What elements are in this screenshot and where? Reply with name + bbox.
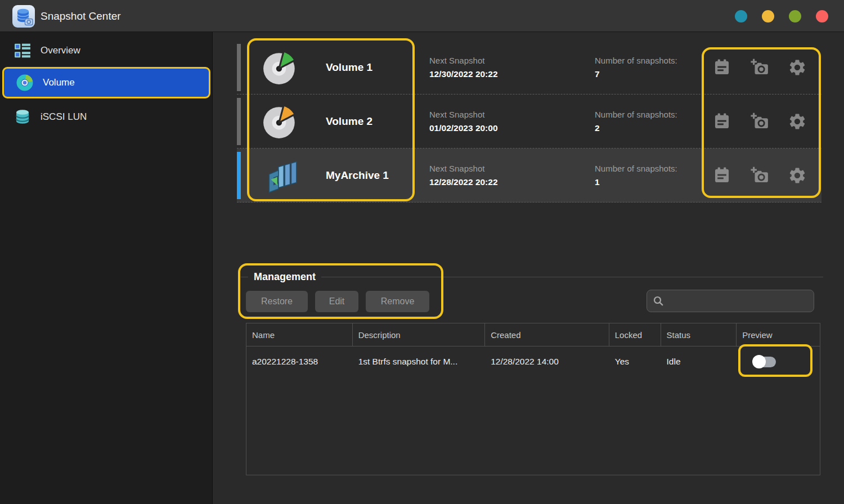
app-icon [12,5,35,28]
volume-row-volume-2[interactable]: Volume 2 Next Snapshot 01/02/2023 20:00 … [237,94,821,148]
restore-button[interactable]: Restore [246,291,308,312]
main-panel: Volume 1 Next Snapshot 12/30/2022 20:22 … [213,32,844,504]
volume-name: Volume 1 [326,40,372,94]
sidebar-item-label: Overview [41,45,80,56]
snapshot-locked-cell: Yes [609,346,661,376]
snapshot-name-cell: a20221228-1358 [246,346,353,376]
titlebar: Snapshot Center [0,0,844,32]
yellow-dot[interactable] [762,10,774,22]
sidebar-item-volume[interactable]: Volume [2,67,210,98]
take-snapshot-icon[interactable] [750,112,769,131]
snapshot-status-cell: Idle [661,346,737,376]
snapshot-table: Name Description Created Locked Status P… [246,323,820,475]
column-header-preview[interactable]: Preview [737,323,820,346]
management-divider-line [241,277,823,277]
remove-button[interactable]: Remove [366,291,429,312]
snapshot-count-label: Number of snapshots: [595,54,677,68]
schedule-icon[interactable] [712,166,731,185]
row-indicator-bar-selected [237,152,241,199]
schedule-icon[interactable] [712,112,731,131]
search-icon [653,295,664,307]
volume-name: MyArchive 1 [326,148,389,202]
management-title: Management [248,270,321,284]
take-snapshot-icon[interactable] [750,58,769,77]
snapshot-preview-cell [737,346,820,376]
volume-name: Volume 2 [326,94,372,148]
volume-row-volume-1[interactable]: Volume 1 Next Snapshot 12/30/2022 20:22 … [237,40,821,94]
green-dot[interactable] [789,10,801,22]
snapshot-center-window: Snapshot Center Over [0,0,844,504]
take-snapshot-icon[interactable] [750,166,769,185]
disk-volume-icon [262,49,299,86]
archive-volume-icon [262,157,299,194]
table-row[interactable]: a20221228-1358 1st Btrfs snapshot for M.… [246,346,820,376]
teal-dot[interactable] [735,10,747,22]
column-header-name[interactable]: Name [246,323,353,346]
sidebar: Overview Volume [0,32,213,504]
sidebar-item-iscsi-lun[interactable]: iSCSI LUN [0,104,213,130]
settings-gear-icon[interactable] [788,58,807,77]
snapshot-created-cell: 12/28/2022 14:00 [485,346,609,376]
snapshot-count-value: 1 [595,176,677,189]
next-snapshot-value: 01/02/2023 20:00 [429,122,498,135]
disk-volume-icon [262,103,299,140]
iscsi-lun-icon [14,108,32,126]
next-snapshot-value: 12/30/2022 20:22 [429,68,498,81]
sidebar-item-overview[interactable]: Overview [0,38,213,64]
snapshot-count-value: 2 [595,122,677,135]
column-header-created[interactable]: Created [485,323,609,346]
snapshot-description-cell: 1st Btrfs snapshot for M... [353,346,486,376]
snapshot-count-value: 7 [595,68,677,81]
snapshot-count-label: Number of snapshots: [595,162,677,176]
row-indicator-bar [237,98,241,145]
volume-row-myarchive-1[interactable]: MyArchive 1 Next Snapshot 12/28/2022 20:… [237,148,821,202]
table-header: Name Description Created Locked Status P… [246,323,820,346]
app-title: Snapshot Center [41,0,121,32]
overview-icon [14,42,32,60]
search-box [647,290,814,312]
window-status-dots [735,0,828,32]
sidebar-item-label: iSCSI LUN [41,111,87,123]
schedule-icon[interactable] [712,58,731,77]
column-header-status[interactable]: Status [661,323,737,346]
red-dot[interactable] [816,10,828,22]
next-snapshot-value: 12/28/2022 20:22 [429,176,498,189]
search-input[interactable] [668,296,808,306]
snapshot-count-label: Number of snapshots: [595,108,677,122]
preview-toggle[interactable] [753,355,776,368]
settings-gear-icon[interactable] [788,166,807,185]
volume-donut-icon [16,74,34,92]
next-snapshot-label: Next Snapshot [429,108,498,122]
next-snapshot-label: Next Snapshot [429,54,498,68]
sidebar-item-label: Volume [43,77,75,88]
next-snapshot-label: Next Snapshot [429,162,498,176]
column-header-description[interactable]: Description [353,323,486,346]
management-buttons: Restore Edit Remove [246,291,429,312]
preview-toggle-knob [752,355,766,368]
row-indicator-bar [237,44,241,91]
edit-button[interactable]: Edit [315,291,358,312]
settings-gear-icon[interactable] [788,112,807,131]
column-header-locked[interactable]: Locked [609,323,661,346]
